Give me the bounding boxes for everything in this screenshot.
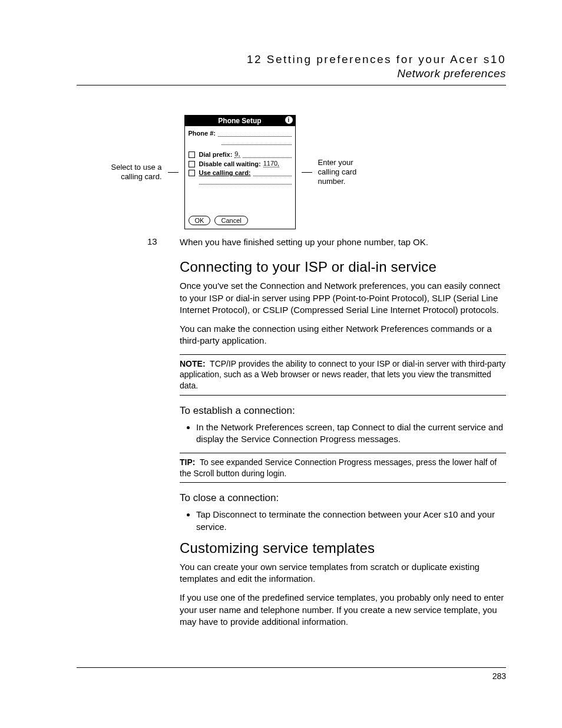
heading-establish: To establish a connection: bbox=[180, 405, 506, 417]
phone-num-field[interactable] bbox=[218, 130, 292, 137]
tip-rule-top bbox=[180, 453, 506, 453]
note-block: NOTE: TCP/IP provides the ability to con… bbox=[180, 358, 506, 392]
dial-prefix-label: Dial prefix: bbox=[199, 151, 233, 158]
tip-block: TIP: To see expanded Service Connection … bbox=[180, 457, 506, 479]
phone-num-field-2[interactable] bbox=[222, 139, 292, 145]
disable-cw-value[interactable]: 1170, bbox=[263, 160, 280, 167]
note-label: NOTE: bbox=[180, 359, 206, 368]
calling-card-field[interactable] bbox=[199, 178, 292, 185]
use-card-label: Use calling card: bbox=[199, 169, 251, 176]
phone-setup-figure: Select to use a calling card. Phone Setu… bbox=[0, 115, 506, 229]
note-rule-top bbox=[180, 354, 506, 355]
step-text: When you have finished setting up your p… bbox=[180, 236, 428, 248]
cancel-button[interactable]: Cancel bbox=[214, 216, 247, 225]
tip-label: TIP: bbox=[180, 457, 195, 467]
tip-text: To see expanded Service Connection Progr… bbox=[180, 457, 497, 478]
palm-title-text: Phone Setup bbox=[218, 117, 261, 125]
disable-cw-label: Disable call waiting: bbox=[199, 160, 261, 167]
dial-prefix-value[interactable]: 9, bbox=[234, 150, 240, 158]
note-text: TCP/IP provides the ability to connect t… bbox=[180, 359, 505, 391]
phone-num-label: Phone #: bbox=[189, 130, 216, 137]
step-13: 13 When you have finished setting up you… bbox=[147, 236, 506, 248]
header-rule bbox=[77, 85, 506, 85]
step-number: 13 bbox=[147, 236, 180, 248]
palm-screen: Phone Setup i Phone #: Dial prefix: 9, bbox=[184, 115, 296, 229]
heading-close: To close a connection: bbox=[180, 492, 506, 504]
note-rule-bottom bbox=[180, 395, 506, 396]
leader-line-right bbox=[302, 172, 312, 173]
heading-customizing: Customizing service templates bbox=[180, 540, 506, 556]
footer-rule bbox=[77, 667, 506, 668]
chapter-title: 12 Setting preferences for your Acer s10 bbox=[77, 53, 506, 66]
palm-titlebar: Phone Setup i bbox=[185, 116, 295, 126]
para-connecting-1: Once you've set the Connection and Netwo… bbox=[180, 280, 506, 316]
bullet-establish: In the Network Preferences screen, tap C… bbox=[196, 421, 506, 446]
para-customizing-2: If you use one of the predefined service… bbox=[180, 592, 506, 628]
figure-right-caption: Enter your calling card number. bbox=[318, 158, 371, 187]
use-card-checkbox[interactable] bbox=[189, 170, 195, 176]
disable-cw-checkbox[interactable] bbox=[189, 161, 195, 167]
figure-left-caption: Select to use a calling card. bbox=[109, 163, 162, 182]
running-header: 12 Setting preferences for your Acer s10… bbox=[77, 53, 506, 80]
info-icon[interactable]: i bbox=[285, 116, 293, 124]
page-number: 283 bbox=[77, 671, 506, 681]
ok-button[interactable]: OK bbox=[189, 216, 211, 225]
leader-line-left bbox=[168, 172, 178, 173]
para-customizing-1: You can create your own service template… bbox=[180, 561, 506, 585]
para-connecting-2: You can make the connection using either… bbox=[180, 323, 506, 347]
section-title: Network preferences bbox=[77, 67, 506, 80]
dial-prefix-checkbox[interactable] bbox=[189, 151, 195, 158]
heading-connecting: Connecting to your ISP or dial-in servic… bbox=[180, 259, 506, 275]
tip-rule-bottom bbox=[180, 482, 506, 483]
page-footer: 283 bbox=[77, 667, 506, 681]
bullet-close: Tap Disconnect to terminate the connecti… bbox=[196, 509, 506, 533]
